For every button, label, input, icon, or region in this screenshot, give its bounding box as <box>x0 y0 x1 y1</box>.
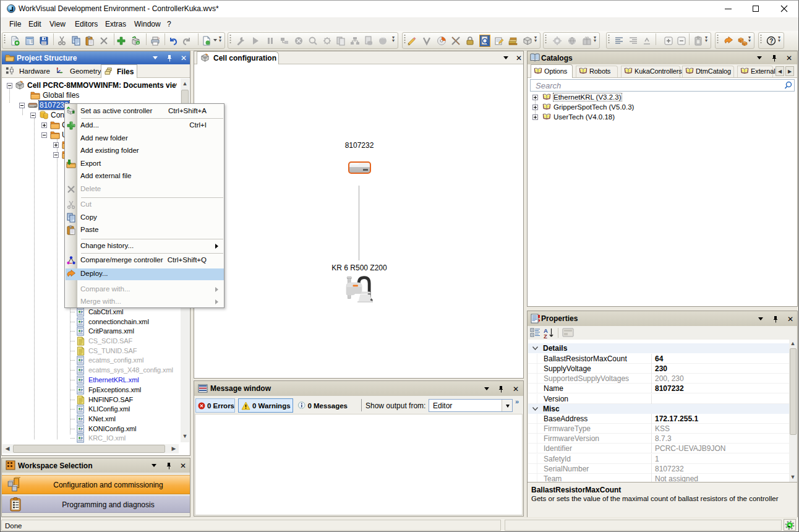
svg-text:?: ? <box>769 38 773 45</box>
svg-text:Z: Z <box>544 333 547 338</box>
